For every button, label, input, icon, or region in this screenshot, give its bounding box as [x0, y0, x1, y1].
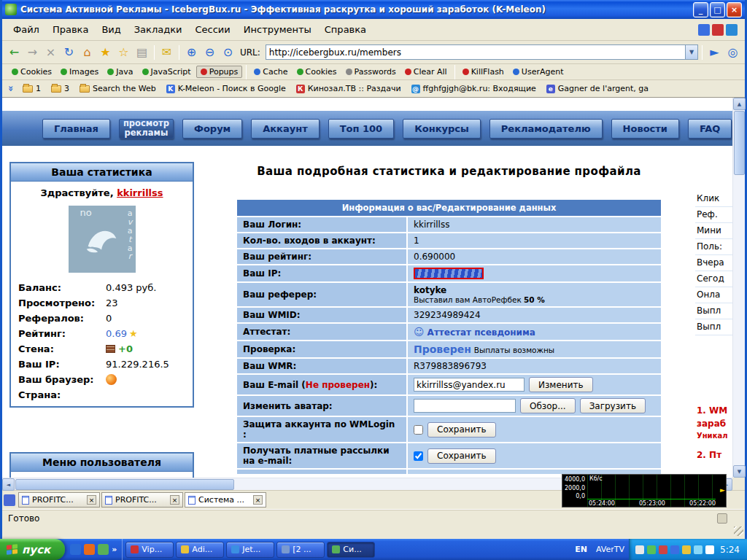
wmlogin-checkbox[interactable]: [414, 425, 423, 435]
change-email-button[interactable]: Изменить: [529, 377, 593, 392]
toggle-popups[interactable]: Popups: [196, 66, 243, 78]
site-tab-advertisers[interactable]: Рекламодателю: [489, 119, 603, 139]
save-wmlogin-button[interactable]: Сохранить: [427, 422, 496, 438]
username-link[interactable]: kkirrillss: [117, 187, 163, 198]
menu-view[interactable]: Вид: [95, 20, 127, 39]
toggle-images[interactable]: Images: [57, 66, 102, 77]
scroll-down-button[interactable]: ▼: [733, 465, 746, 478]
browser-tab-1[interactable]: PROFITC...×: [18, 492, 100, 508]
site-tab-forum[interactable]: Форум: [182, 119, 242, 139]
back-icon[interactable]: ←: [6, 44, 23, 61]
menu-file[interactable]: Файл: [7, 20, 46, 39]
toggle-javascript[interactable]: JavaScript: [139, 66, 195, 77]
language-indicator[interactable]: EN: [570, 545, 592, 554]
bookmark-star-icon[interactable]: ★: [97, 44, 114, 61]
url-input[interactable]: [266, 47, 685, 58]
url-dropdown-icon[interactable]: ▼: [685, 45, 697, 59]
tab-list-icon[interactable]: [4, 494, 15, 506]
tray-icon[interactable]: [635, 545, 644, 554]
quick-launch-browser-icon[interactable]: [70, 544, 81, 555]
globe-icon[interactable]: ⊙: [220, 44, 236, 61]
add-bookmark-icon[interactable]: ☆: [115, 44, 132, 61]
start-button[interactable]: пуск: [0, 539, 65, 560]
tray-icon[interactable]: [682, 545, 691, 554]
mailing-checkbox[interactable]: [414, 451, 423, 461]
network-icon[interactable]: [705, 545, 714, 554]
save-mailing-button[interactable]: Сохранить: [427, 448, 496, 464]
tray-icon[interactable]: [659, 545, 667, 554]
volume-icon[interactable]: [694, 545, 703, 554]
resize-grip-icon[interactable]: [734, 526, 743, 536]
site-tab-top100[interactable]: Топ 100: [328, 119, 394, 139]
zoom-out-icon[interactable]: ⊖: [201, 44, 218, 61]
menu-tools[interactable]: Инструменты: [237, 20, 318, 39]
site-tab-faq[interactable]: FAQ: [688, 119, 732, 139]
forward-icon[interactable]: →: [24, 44, 41, 61]
quick-launch-kmeleon-icon[interactable]: [98, 544, 109, 555]
toggle-useragent[interactable]: UserAgent: [509, 66, 568, 77]
site-tab-view-ads[interactable]: просмотр рекламы: [119, 119, 174, 139]
vertical-scrollbar[interactable]: ▲ ▼: [732, 98, 745, 478]
site-tab-account[interactable]: Аккаунт: [251, 119, 319, 139]
task-group[interactable]: [2 ...: [276, 542, 325, 558]
bookmark-kinozal[interactable]: ККинозал.ТВ :: Раздачи: [292, 82, 406, 95]
avatar-file-input[interactable]: [414, 399, 516, 413]
attestat-link[interactable]: Аттестат псевдонима: [427, 327, 535, 338]
toggle-killflash[interactable]: KillFlash: [459, 66, 508, 77]
browse-button[interactable]: Обзор...: [520, 398, 576, 413]
close-tab-icon[interactable]: ×: [87, 495, 96, 505]
menu-bookmarks[interactable]: Закладки: [128, 20, 189, 39]
quick-launch-overflow-icon[interactable]: »: [112, 545, 117, 554]
bookmark-kmeleon-google[interactable]: KK-Meleon - Поиск в Google: [162, 82, 290, 95]
go-icon[interactable]: ►: [706, 44, 723, 61]
vertical-scroll-thumb[interactable]: [734, 111, 745, 175]
bookmark-bkru-mail[interactable]: @ffghfgjgh@bk.ru: Входящие: [407, 82, 541, 95]
email-input[interactable]: [414, 378, 525, 392]
close-tab-icon[interactable]: ×: [253, 495, 263, 505]
bookmark-gagner[interactable]: eGagner de l'argent, ga: [542, 82, 653, 95]
zoom-in-icon[interactable]: ⊕: [183, 44, 200, 61]
scroll-up-button[interactable]: ▲: [733, 98, 746, 110]
scroll-left-button[interactable]: ◄: [2, 478, 15, 491]
stop-icon[interactable]: ×: [42, 44, 59, 61]
mail-shortcut-icon[interactable]: [698, 24, 710, 36]
site-tab-main[interactable]: Главная: [42, 119, 110, 139]
toggle-java[interactable]: Java: [104, 66, 136, 77]
toggle-cookies[interactable]: Cookies: [8, 66, 55, 77]
upload-button[interactable]: Загрузить: [580, 398, 646, 413]
task-vip[interactable]: Vip...: [125, 542, 174, 558]
site-tab-contests[interactable]: Конкурсы: [403, 119, 481, 139]
close-button[interactable]: ×: [727, 2, 742, 18]
home-icon[interactable]: ⌂: [79, 44, 96, 61]
bookmarks-chevron-icon[interactable]: »: [6, 83, 17, 95]
menu-sessions[interactable]: Сессии: [188, 20, 236, 39]
reload-icon[interactable]: ↻: [61, 44, 77, 61]
toggle-cache[interactable]: Cache: [250, 66, 291, 77]
close-tab-icon[interactable]: ×: [170, 495, 179, 505]
bookmark-folder-search[interactable]: Search the Web: [75, 82, 160, 95]
site-tab-news[interactable]: Новости: [611, 119, 679, 139]
news-shortcut-icon[interactable]: [712, 24, 724, 36]
avertv-label[interactable]: AVerTV: [592, 545, 629, 554]
clear-cookies[interactable]: Cookies: [293, 66, 341, 77]
search-icon[interactable]: ◎: [724, 44, 741, 61]
title-bar[interactable]: Система Активной Рекламы - IcebergBux.ru…: [2, 0, 745, 19]
tray-icon[interactable]: [670, 545, 679, 554]
minimize-button[interactable]: _: [693, 2, 708, 18]
task-adi[interactable]: Adi...: [176, 542, 224, 558]
clear-passwords[interactable]: Passwords: [342, 66, 400, 77]
horizontal-scroll-thumb[interactable]: [15, 479, 234, 490]
taskbar-clock[interactable]: 5:24: [720, 545, 740, 555]
menu-edit[interactable]: Правка: [46, 20, 95, 39]
quick-launch-media-icon[interactable]: [84, 544, 95, 555]
print-icon[interactable]: ▤: [133, 44, 150, 61]
bookmark-folder-1[interactable]: 1: [18, 82, 45, 95]
browser-tab-3[interactable]: Система ...×: [185, 492, 266, 508]
tray-icon[interactable]: [647, 545, 656, 554]
browser-tab-2[interactable]: PROFITC...×: [101, 492, 183, 508]
mail-icon[interactable]: ✉: [158, 44, 175, 61]
clear-all[interactable]: Clear All: [401, 66, 451, 77]
task-sistema[interactable]: Си...: [327, 542, 375, 558]
bookmark-folder-3[interactable]: 3: [47, 82, 74, 95]
maximize-button[interactable]: □: [710, 2, 725, 18]
